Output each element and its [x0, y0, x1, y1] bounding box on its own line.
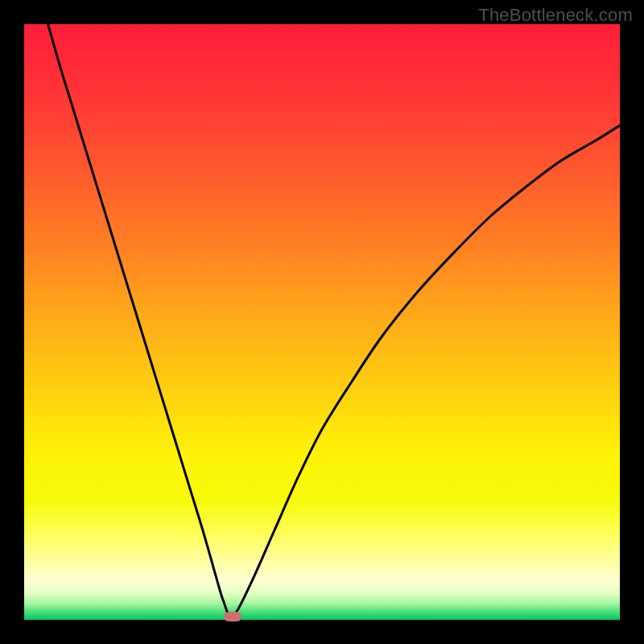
svg-rect-0 [24, 24, 620, 620]
bottleneck-marker [224, 612, 242, 621]
plot-background-gradient [24, 24, 620, 620]
plot-frame [24, 24, 620, 620]
watermark-text: TheBottleneck.com [478, 5, 633, 26]
